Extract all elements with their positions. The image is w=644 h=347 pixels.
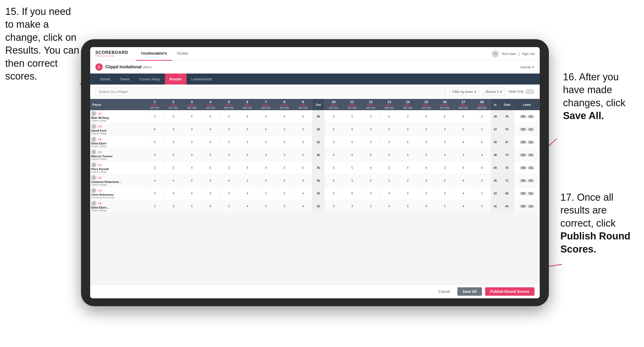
tab-details[interactable]: Details (95, 74, 115, 85)
hole-3-score[interactable]: 4 (182, 200, 201, 213)
hole-9-score[interactable]: 5 (294, 110, 312, 123)
wd-button[interactable]: WD (520, 128, 527, 131)
hole-14-score[interactable]: 3 (399, 174, 417, 187)
hole-4-score[interactable]: 4 (201, 123, 220, 136)
hole-6-score[interactable]: 3 (238, 136, 257, 149)
hole-5-score[interactable]: 4 (220, 110, 238, 123)
wd-button[interactable]: WD (520, 205, 527, 208)
hole-2-score[interactable]: 3 (164, 149, 183, 161)
hole-18-score[interactable]: 3 (473, 123, 491, 136)
hole-18-score[interactable]: 6 (473, 161, 491, 174)
hole-7-score[interactable]: 5 (257, 149, 275, 161)
hole-15-score[interactable]: 4 (417, 161, 435, 174)
cancel-tournament-btn[interactable]: Cancel ✕ (520, 65, 534, 69)
hole-8-score[interactable]: 3 (275, 123, 294, 136)
hole-16-score[interactable]: 3 (435, 123, 454, 136)
hole-16-score[interactable]: 6 (435, 110, 454, 123)
hole-13-score[interactable]: 4 (380, 187, 399, 200)
hole-3-score[interactable]: 4 (182, 161, 201, 174)
hole-13-score[interactable]: 3 (380, 136, 399, 149)
tab-teams[interactable]: Teams (115, 74, 135, 85)
hole-9-score[interactable]: 5 (294, 161, 312, 174)
hole-1-score[interactable]: 6 (146, 123, 164, 136)
hole-10-score[interactable]: 3 (324, 200, 343, 213)
hole-9-score[interactable]: 4 (294, 187, 312, 200)
tab-course-setup[interactable]: Course Setup (135, 74, 165, 85)
hole-9-score[interactable]: 4 (294, 200, 312, 213)
hole-10-score[interactable]: 4 (324, 149, 343, 161)
tab-results[interactable]: Results (165, 74, 187, 85)
hole-7-score[interactable]: 5 (257, 174, 275, 187)
hole-17-score[interactable]: 4 (454, 174, 473, 187)
wd-button[interactable]: WD (520, 115, 527, 118)
hole-3-score[interactable]: 5 (182, 174, 201, 187)
hole-6-score[interactable]: 4 (238, 187, 257, 200)
hole-18-score[interactable]: 4 (473, 149, 491, 161)
hole-16-score[interactable]: 3 (435, 200, 454, 213)
hole-17-score[interactable]: 5 (454, 161, 473, 174)
hole-6-score[interactable]: 5 (238, 161, 257, 174)
hole-8-score[interactable]: 3 (275, 149, 294, 161)
hole-3-score[interactable]: 4 (182, 187, 201, 200)
hole-6-score[interactable]: 5 (238, 149, 257, 161)
hole-5-score[interactable]: 3 (220, 187, 238, 200)
hole-11-score[interactable]: 4 (343, 200, 361, 213)
hole-14-score[interactable]: 3 (399, 123, 417, 136)
hole-16-score[interactable]: 4 (435, 149, 454, 161)
hole-18-score[interactable]: 6 (473, 136, 491, 149)
hole-13-score[interactable]: 4 (380, 200, 399, 213)
hole-11-score[interactable]: 5 (343, 123, 361, 136)
hole-6-score[interactable]: 3 (238, 174, 257, 187)
hole-7-score[interactable]: 5 (257, 200, 275, 213)
hole-7-score[interactable]: 6 (257, 123, 275, 136)
hole-11-score[interactable]: 5 (343, 149, 361, 161)
hole-5-score[interactable]: 3 (220, 200, 238, 213)
hole-13-score[interactable]: 3 (380, 161, 399, 174)
hole-4-score[interactable]: 5 (201, 110, 220, 123)
hole-7-score[interactable]: 5 (257, 110, 275, 123)
hole-10-score[interactable]: 3 (324, 110, 343, 123)
hole-14-score[interactable]: 4 (399, 161, 417, 174)
hole-6-score[interactable]: 3 (238, 110, 257, 123)
hole-8-score[interactable]: 5 (275, 174, 294, 187)
hole-12-score[interactable]: 5 (361, 149, 380, 161)
hole-5-score[interactable]: 3 (220, 123, 238, 136)
hole-14-score[interactable]: 3 (399, 149, 417, 161)
hole-11-score[interactable]: 5 (343, 161, 361, 174)
hole-4-score[interactable]: 3 (201, 174, 220, 187)
hole-2-score[interactable]: 3 (164, 136, 183, 149)
dq-button[interactable]: DQ (528, 192, 534, 195)
hole-11-score[interactable]: 5 (343, 110, 361, 123)
hole-2-score[interactable]: 3 (164, 123, 183, 136)
hole-10-score[interactable]: 3 (324, 136, 343, 149)
hole-12-score[interactable]: 3 (361, 200, 380, 213)
hole-1-score[interactable]: 5 (146, 136, 164, 149)
hole-5-score[interactable]: 3 (220, 161, 238, 174)
hole-2-score[interactable]: 3 (164, 200, 183, 213)
hole-4-score[interactable]: 5 (201, 149, 220, 161)
hole-18-score[interactable]: 3 (473, 187, 491, 200)
hole-1-score[interactable]: 3 (146, 161, 164, 174)
hole-9-score[interactable]: 5 (294, 123, 312, 136)
hole-5-score[interactable]: 3 (220, 136, 238, 149)
hole-12-score[interactable]: 5 (361, 174, 380, 187)
hole-14-score[interactable]: 5 (399, 136, 417, 149)
hole-18-score[interactable]: 3 (473, 174, 491, 187)
hole-1-score[interactable]: 4 (146, 174, 164, 187)
hole-6-score[interactable]: 4 (238, 200, 257, 213)
sign-out-link[interactable]: Sign out (522, 52, 534, 56)
dq-button[interactable]: DQ (528, 153, 534, 157)
hole-11-score[interactable]: 5 (343, 187, 361, 200)
dq-button[interactable]: DQ (528, 205, 534, 208)
hole-18-score[interactable]: 3 (473, 200, 491, 213)
hole-5-score[interactable]: 3 (220, 149, 238, 161)
hole-17-score[interactable]: 4 (454, 187, 473, 200)
wd-button[interactable]: WD (520, 192, 527, 195)
hole-16-score[interactable]: 3 (435, 187, 454, 200)
hole-3-score[interactable]: 3 (182, 136, 201, 149)
hole-10-score[interactable]: 6 (324, 174, 343, 187)
totals-only-toggle[interactable] (525, 89, 534, 94)
hole-10-score[interactable]: 3 (324, 187, 343, 200)
hole-4-score[interactable]: 5 (201, 161, 220, 174)
hole-10-score[interactable]: 5 (324, 161, 343, 174)
